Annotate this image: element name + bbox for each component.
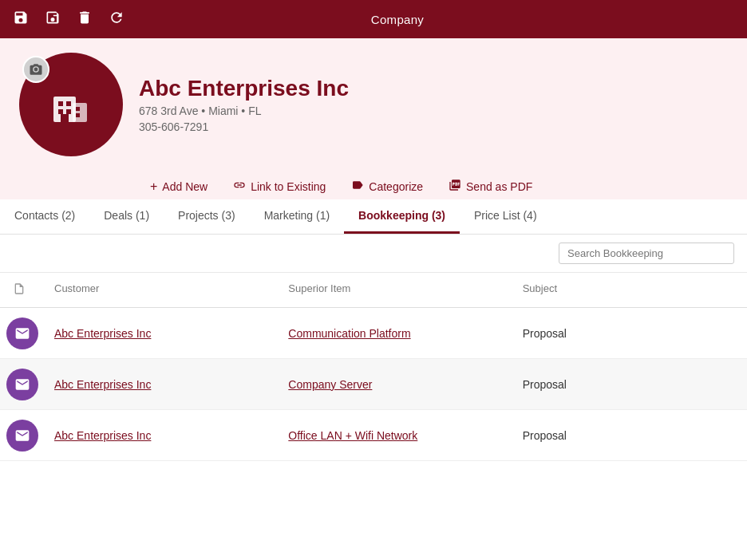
categorize-label: Categorize	[369, 180, 423, 193]
toolbar-icons	[13, 10, 125, 30]
table-container: Customer Superior Item Subject Abc Enter…	[0, 273, 747, 461]
customer-link[interactable]: Abc Enterprises Inc	[54, 327, 151, 340]
row-subject: Proposal	[513, 423, 747, 448]
row-icon-cell	[0, 413, 45, 458]
avatar-container	[19, 53, 123, 156]
col-header-icon	[0, 279, 45, 301]
svg-rect-7	[76, 107, 80, 111]
send-pdf-label: Send as PDF	[466, 180, 532, 193]
company-phone: 305-606-7291	[139, 120, 349, 133]
svg-rect-1	[58, 101, 63, 106]
delete-icon[interactable]	[77, 10, 93, 30]
pdf-icon	[449, 179, 461, 195]
company-address: 678 3rd Ave • Miami • FL	[139, 105, 349, 117]
col-header-superior-item: Superior Item	[279, 279, 512, 301]
company-name: Abc Enterprises Inc	[139, 76, 349, 101]
table-row: Abc Enterprises Inc Company Server Propo…	[0, 359, 747, 410]
svg-rect-2	[66, 101, 71, 106]
row-superior-item: Office LAN + Wifi Network	[279, 423, 512, 448]
superior-item-link[interactable]: Communication Platform	[288, 327, 410, 340]
toolbar: Company	[0, 0, 747, 38]
svg-rect-3	[58, 109, 63, 114]
customer-link[interactable]: Abc Enterprises Inc	[54, 429, 151, 442]
row-superior-item: Company Server	[279, 372, 512, 397]
table-header: Customer Superior Item Subject	[0, 273, 747, 308]
link-existing-label: Link to Existing	[251, 180, 326, 193]
search-input[interactable]	[559, 243, 734, 264]
plus-icon: +	[150, 179, 157, 194]
save-icon[interactable]	[13, 10, 29, 30]
search-area	[0, 235, 747, 273]
row-subject: Proposal	[513, 372, 747, 397]
col-header-subject: Subject	[513, 279, 747, 301]
tag-icon	[351, 179, 364, 195]
tab-deals[interactable]: Deals (1)	[89, 199, 164, 234]
row-icon-cell	[0, 362, 45, 407]
header-area: Abc Enterprises Inc 678 3rd Ave • Miami …	[0, 38, 747, 199]
tab-projects[interactable]: Projects (3)	[164, 199, 250, 234]
tab-bookkeeping[interactable]: Bookkeeping (3)	[344, 199, 460, 234]
refresh-icon[interactable]	[109, 10, 125, 30]
row-icon	[6, 420, 38, 452]
row-subject: Proposal	[513, 321, 747, 346]
tabs-container: Contacts (2) Deals (1) Projects (3) Mark…	[0, 199, 747, 235]
customer-link[interactable]: Abc Enterprises Inc	[54, 378, 151, 391]
row-customer: Abc Enterprises Inc	[45, 372, 279, 397]
company-info-row: Abc Enterprises Inc 678 3rd Ave • Miami …	[19, 53, 728, 156]
add-new-label: Add New	[162, 180, 208, 193]
row-icon	[6, 317, 38, 349]
superior-item-link[interactable]: Company Server	[288, 378, 372, 391]
row-customer: Abc Enterprises Inc	[45, 423, 279, 448]
svg-rect-5	[61, 114, 69, 122]
tab-contacts[interactable]: Contacts (2)	[0, 199, 89, 234]
company-details: Abc Enterprises Inc 678 3rd Ave • Miami …	[139, 76, 349, 133]
col-header-customer: Customer	[45, 279, 279, 301]
camera-button[interactable]	[22, 56, 49, 83]
table-row: Abc Enterprises Inc Communication Platfo…	[0, 308, 747, 359]
row-customer: Abc Enterprises Inc	[45, 321, 279, 346]
toolbar-title: Company	[371, 13, 424, 26]
tab-marketing[interactable]: Marketing (1)	[250, 199, 344, 234]
svg-rect-6	[73, 103, 87, 122]
row-superior-item: Communication Platform	[279, 321, 512, 346]
action-bar: + Add New Link to Existing Categorize Se…	[19, 168, 728, 199]
superior-item-link[interactable]: Office LAN + Wifi Network	[288, 429, 417, 442]
save-alt-icon[interactable]	[45, 10, 61, 30]
add-new-button[interactable]: + Add New	[139, 175, 219, 199]
svg-rect-4	[66, 109, 71, 114]
categorize-button[interactable]: Categorize	[340, 174, 434, 199]
row-icon-cell	[0, 311, 45, 356]
send-pdf-button[interactable]: Send as PDF	[437, 174, 543, 199]
table-row: Abc Enterprises Inc Office LAN + Wifi Ne…	[0, 410, 747, 461]
link-icon	[233, 179, 246, 195]
link-existing-button[interactable]: Link to Existing	[222, 174, 337, 199]
tab-price-list[interactable]: Price List (4)	[460, 199, 551, 234]
row-icon	[6, 369, 38, 400]
svg-rect-8	[76, 113, 80, 117]
